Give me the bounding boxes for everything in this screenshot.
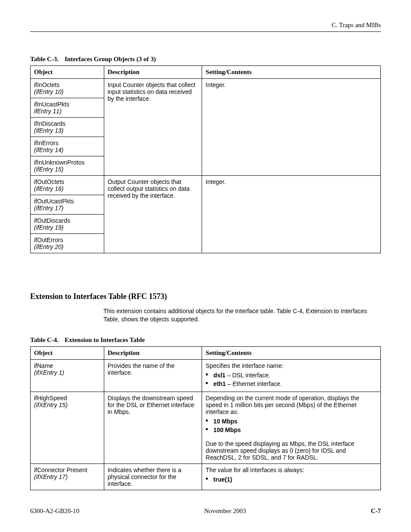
obj-name: ifConnector Present: [34, 467, 87, 473]
obj-entry: (ifXEntry 1): [34, 369, 64, 376]
list-item: dsl1 – DSL interface.: [206, 372, 377, 379]
obj-entry: ifEntry 11): [34, 108, 62, 115]
obj-entry: (ifEntry 14): [34, 146, 63, 153]
obj-name: ifInUcastPkts: [34, 101, 69, 108]
table-c4-label: Table C-4.: [30, 336, 59, 343]
table-row: ifConnector Present(ifXEntry 17) Indicat…: [31, 464, 381, 490]
obj-entry: (ifXEntry 15): [34, 401, 68, 408]
obj-name: ifOutErrors: [34, 236, 63, 243]
obj-name: ifInOctets: [34, 81, 59, 88]
bullet-bold: dsl1: [213, 372, 225, 379]
obj-entry: (ifEntry 20): [34, 243, 63, 250]
th-description: Description: [104, 66, 202, 79]
setting-tail: Due to the speed displaying as Mbps, the…: [206, 440, 354, 461]
section-intro: This extension contains additional objec…: [103, 307, 381, 324]
footer-left: 6300-A2-GB20-10: [30, 507, 79, 515]
obj-entry: (ifXEntry 17): [34, 473, 68, 480]
table-c4-title: Extension to Interfaces Table: [65, 336, 145, 343]
footer-center: November 2003: [204, 507, 246, 515]
setting-lead: Depending on the current mode of operati…: [206, 395, 359, 415]
obj-entry: (ifEntry 10): [34, 88, 63, 95]
breadcrumb: C. Traps and MIBs: [332, 22, 381, 28]
obj-name: ifOutOctets: [34, 178, 64, 185]
obj-entry: (ifEntry 16): [34, 185, 63, 192]
cell-desc: Provides the name of the interface.: [104, 359, 202, 392]
obj-name: ifInErrors: [34, 140, 59, 146]
cell-desc: Input Counter objects that collect input…: [104, 79, 202, 176]
table-row: ifOutOctets(ifEntry 16) Output Counter o…: [31, 176, 381, 195]
cell-setting: Specifies the interface name: dsl1 – DSL…: [202, 359, 381, 392]
th-description: Description: [104, 346, 202, 359]
obj-name: ifOutDiscards: [34, 217, 70, 224]
footer-page-number: C-7: [371, 507, 381, 515]
table-c3-title: Interfaces Group Objects (3 of 3): [65, 56, 156, 62]
cell-setting: Depending on the current mode of operati…: [202, 392, 381, 464]
list-item: 100 Mbps: [206, 426, 377, 433]
bullet-rest: – Ethernet interface.: [226, 380, 282, 387]
obj-entry: (ifEntry 19): [34, 224, 63, 231]
table-c3: Object Description Setting/Contents ifIn…: [30, 65, 381, 253]
obj-entry: (ifEntry 15): [34, 166, 63, 173]
table-row: ifHighSpeed(ifXEntry 15) Displays the do…: [31, 392, 381, 464]
cell-desc: Displays the downstream speed for the DS…: [104, 392, 202, 464]
obj-entry: (ifEntry 17): [34, 205, 63, 212]
obj-name: ifOutUcastPkts: [34, 198, 74, 205]
table-row: ifInOctets(ifEntry 10) Input Counter obj…: [31, 79, 381, 98]
page-header: C. Traps and MIBs: [30, 22, 381, 32]
table-c4-caption: Table C-4. Extension to Interfaces Table: [30, 336, 381, 344]
list-item: true(1): [206, 476, 377, 483]
obj-name: ifName: [34, 362, 53, 369]
list-item: eth1 – Ethernet interface.: [206, 380, 377, 387]
table-c3-label: Table C-3.: [30, 56, 59, 62]
obj-name: ifInUnknownProtos: [34, 159, 85, 166]
cell-desc: Output Counter objects that collect outp…: [104, 176, 202, 253]
table-row: ifName(ifXEntry 1) Provides the name of …: [31, 359, 381, 392]
page-footer: 6300-A2-GB20-10 November 2003 C-7: [30, 507, 381, 515]
obj-name: ifInDiscards: [34, 120, 65, 127]
th-object: Object: [31, 66, 104, 79]
list-item: 10 Mbps: [206, 418, 377, 425]
th-setting: Setting/Contents: [202, 346, 381, 359]
cell-desc: Indicates whether there is a physical co…: [104, 464, 202, 490]
obj-entry: (ifEntry 13): [34, 127, 63, 134]
table-c4: Object Description Setting/Contents ifNa…: [30, 346, 381, 490]
th-setting: Setting/Contents: [202, 66, 381, 79]
setting-lead: Specifies the interface name:: [206, 362, 283, 369]
obj-name: ifHighSpeed: [34, 395, 67, 401]
cell-setting: The value for all interfaces is always: …: [202, 464, 381, 490]
table-c3-caption: Table C-3. Interfaces Group Objects (3 o…: [30, 56, 381, 63]
bullet-rest: – DSL interface.: [225, 372, 270, 379]
section-heading: Extension to Interfaces Table (RFC 1573): [30, 292, 381, 301]
th-object: Object: [31, 346, 104, 359]
cell-setting: Integer.: [202, 79, 381, 176]
bullet-bold: eth1: [213, 380, 226, 387]
setting-lead: The value for all interfaces is always:: [206, 467, 304, 473]
cell-setting: Integer.: [202, 176, 381, 253]
